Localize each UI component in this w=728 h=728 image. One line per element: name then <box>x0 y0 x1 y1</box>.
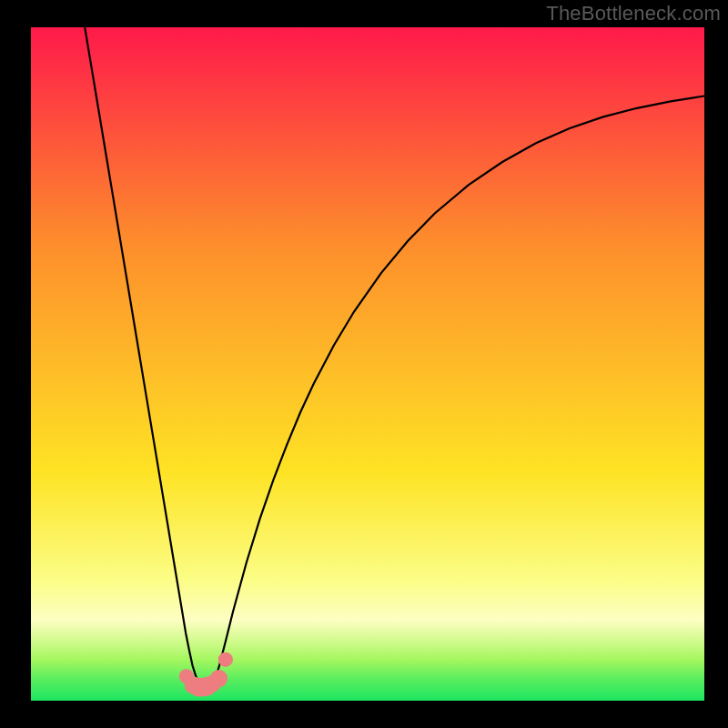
gradient-background <box>31 27 704 701</box>
svg-rect-0 <box>31 27 704 701</box>
watermark-text: TheBottleneck.com <box>546 2 721 25</box>
chart-frame: TheBottleneck.com <box>0 0 728 728</box>
plot-area <box>31 27 704 701</box>
